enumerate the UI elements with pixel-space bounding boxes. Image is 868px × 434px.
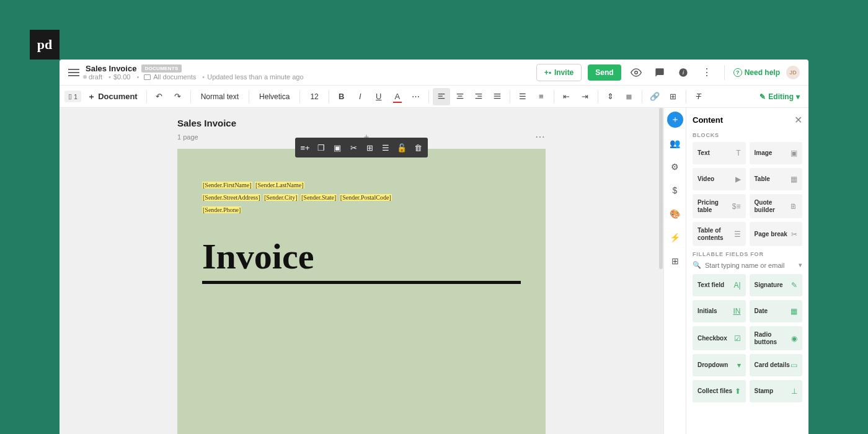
select-icon[interactable]: ▣ — [330, 140, 345, 155]
user-avatar[interactable]: JD — [786, 66, 800, 79]
paste-icon[interactable]: ⊞ — [362, 140, 377, 155]
more-icon[interactable]: ⋮ — [698, 64, 715, 81]
page-menu-icon[interactable]: ⋯ — [535, 131, 546, 143]
send-button[interactable]: Send — [588, 64, 621, 81]
canvas-title: Sales Invoice — [177, 118, 546, 128]
add-content-icon[interactable]: ＋ — [667, 112, 683, 128]
link-icon[interactable]: 🔗 — [646, 88, 663, 105]
preview-icon[interactable] — [627, 64, 645, 81]
mode-toggle[interactable]: ✎ Editing ▾ — [760, 92, 800, 101]
design-icon[interactable]: 🎨 — [667, 206, 683, 222]
field-initials[interactable]: InitialsIN — [693, 300, 746, 322]
align-left-icon[interactable] — [433, 88, 450, 105]
chevron-down-icon[interactable]: ▾ — [799, 261, 802, 269]
add-person-icon: +▪ — [544, 68, 551, 77]
document-title[interactable]: Sales Invoice — [86, 64, 136, 73]
more-format-icon[interactable]: ⋯ — [407, 88, 425, 105]
italic-icon[interactable]: I — [352, 88, 369, 105]
variables-icon[interactable]: ⚙ — [667, 159, 683, 175]
scrollbar[interactable] — [659, 108, 663, 269]
checkbox-icon: ☑ — [734, 334, 741, 343]
number-list-icon[interactable]: ≡ — [533, 88, 550, 105]
undo-icon[interactable]: ↶ — [151, 88, 168, 105]
field-checkbox[interactable]: Checkbox☑ — [693, 326, 746, 350]
info-icon[interactable]: i — [675, 64, 692, 81]
status-text: draft — [89, 73, 102, 81]
apps-icon[interactable]: ⊞ — [667, 253, 683, 269]
insert-icon[interactable]: ⊞ — [665, 88, 682, 105]
dropdown-icon: ▾ — [737, 361, 741, 370]
payments-icon[interactable]: $ — [667, 182, 683, 198]
comment-icon[interactable] — [651, 64, 668, 81]
block-table[interactable]: Table▦ — [750, 168, 803, 190]
redo-icon[interactable]: ↷ — [169, 88, 187, 105]
panel-title: Content — [693, 115, 723, 125]
text-icon: T — [736, 149, 740, 157]
field-card[interactable]: Card details▭ — [750, 354, 803, 376]
bullet-list-icon[interactable]: ☰ — [514, 88, 531, 105]
recipients-icon[interactable]: 👥 — [667, 135, 683, 151]
align-justify-icon[interactable] — [489, 88, 506, 105]
location-text[interactable]: All documents — [153, 73, 196, 81]
invoice-heading[interactable]: Invoice — [202, 236, 521, 284]
lock-icon[interactable]: 🔓 — [394, 140, 409, 155]
text-color-icon[interactable]: A — [389, 88, 406, 105]
pages-indicator[interactable]: ▯1 — [64, 91, 81, 102]
add-document-button[interactable]: ＋ Document — [82, 91, 143, 102]
brand-logo: pd — [30, 30, 60, 60]
video-icon: ▶ — [735, 175, 741, 184]
indent-icon[interactable]: ⇥ — [577, 88, 594, 105]
recipient-search[interactable]: 🔍 ▾ — [693, 261, 802, 269]
text-style-select[interactable]: Normal text — [195, 88, 245, 105]
updated-text: Updated less than a minute ago — [200, 73, 303, 81]
block-pricing[interactable]: Pricing table$≡ — [693, 194, 746, 218]
content-panel: Content ✕ BLOCKS TextT Image▣ Video▶ Tab… — [686, 108, 808, 434]
block-image[interactable]: Image▣ — [750, 142, 803, 164]
align-center-icon[interactable] — [451, 88, 469, 105]
align-right-icon[interactable] — [470, 88, 487, 105]
recipient-input[interactable] — [705, 262, 795, 269]
add-block-icon[interactable]: ≡+ — [298, 140, 312, 155]
card-icon: ▭ — [790, 361, 797, 370]
block-text[interactable]: TextT — [693, 142, 746, 164]
menu-icon[interactable] — [68, 69, 79, 76]
field-text[interactable]: Text fieldA| — [693, 274, 746, 296]
block-quote[interactable]: Quote builder🗎 — [750, 194, 803, 218]
category-badge: DOCUMENTS — [141, 64, 181, 73]
close-panel-icon[interactable]: ✕ — [794, 114, 802, 126]
font-select[interactable]: Helvetica — [253, 88, 296, 105]
main-area: Sales Invoice 1 page ＋ ⋯ ≡+ ❐ ▣ ✂ ⊞ ☰ 🔓 … — [60, 108, 808, 434]
canvas-scroll[interactable]: Sales Invoice 1 page ＋ ⋯ ≡+ ❐ ▣ ✂ ⊞ ☰ 🔓 … — [60, 108, 663, 434]
duplicate-icon[interactable]: ❐ — [314, 140, 329, 155]
cut-icon[interactable]: ✂ — [346, 140, 361, 155]
field-date[interactable]: Date▦ — [750, 300, 803, 322]
quote-icon: 🗎 — [790, 202, 797, 211]
field-signature[interactable]: Signature✎ — [750, 274, 803, 296]
bold-icon[interactable]: B — [333, 88, 350, 105]
sender-variables[interactable]: [Sender.FirstName] [Sender.LastName] [Se… — [202, 179, 521, 215]
block-toc[interactable]: Table of contents☰ — [693, 222, 746, 246]
outdent-icon[interactable]: ⇤ — [558, 88, 575, 105]
field-collect[interactable]: Collect files⬆ — [693, 380, 746, 402]
block-pagebreak[interactable]: Page break✂ — [750, 222, 803, 246]
document-page[interactable]: ≡+ ❐ ▣ ✂ ⊞ ☰ 🔓 🗑 [Sender.FirstName] [Sen… — [177, 149, 546, 434]
font-size-select[interactable]: 12 — [304, 88, 324, 105]
automation-icon[interactable]: ⚡ — [667, 229, 683, 246]
settings-icon[interactable]: ☰ — [378, 140, 393, 155]
help-link[interactable]: ?Need help — [733, 68, 780, 77]
line-height-icon[interactable]: ≣ — [621, 88, 638, 105]
delete-icon[interactable]: 🗑 — [410, 140, 425, 155]
block-video[interactable]: Video▶ — [693, 168, 746, 190]
clear-format-icon[interactable]: T — [690, 88, 707, 105]
field-stamp[interactable]: Stamp⊥ — [750, 380, 803, 402]
app-header: Sales Invoice DOCUMENTS draft $0.00 All … — [60, 60, 808, 86]
formatting-toolbar: ▯1 ＋ Document ↶ ↷ Normal text Helvetica … — [60, 86, 808, 108]
price-text: $0.00 — [106, 73, 130, 81]
field-dropdown[interactable]: Dropdown▾ — [693, 354, 746, 376]
underline-icon[interactable]: U — [370, 88, 388, 105]
field-radio[interactable]: Radio buttons◉ — [750, 326, 803, 350]
spacing-icon[interactable]: ⇕ — [602, 88, 619, 105]
invite-button[interactable]: +▪Invite — [536, 64, 582, 81]
date-icon: ▦ — [790, 307, 797, 316]
toc-icon: ☰ — [734, 230, 741, 239]
